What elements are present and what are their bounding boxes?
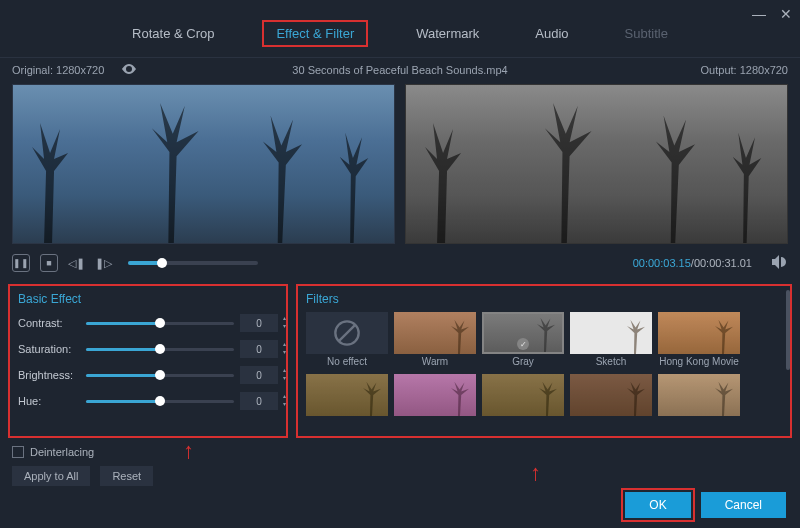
basic-effect-title: Basic Effect [18, 292, 278, 306]
filter-warm[interactable] [394, 312, 476, 354]
hue-value[interactable]: 0▴▾ [240, 392, 278, 410]
basic-effect-panel: Basic Effect Contrast: 0▴▾ Saturation: 0… [8, 284, 288, 438]
playback-slider[interactable] [128, 261, 258, 265]
tab-watermark[interactable]: Watermark [408, 20, 487, 47]
contrast-stepper[interactable]: ▴▾ [283, 314, 286, 330]
hue-label: Hue: [18, 395, 80, 407]
next-frame-button[interactable]: ❚▷ [95, 257, 112, 270]
brightness-slider[interactable] [86, 374, 234, 377]
apply-to-all-button[interactable]: Apply to All [12, 466, 90, 486]
filter-gray[interactable]: ✓ [482, 312, 564, 354]
tab-rotate-crop[interactable]: Rotate & Crop [124, 20, 222, 47]
reset-button[interactable]: Reset [100, 466, 153, 486]
deinterlacing-label: Deinterlacing [30, 446, 94, 458]
volume-icon[interactable] [772, 255, 788, 272]
prev-frame-button[interactable]: ◁❚ [68, 257, 85, 270]
tab-subtitle[interactable]: Subtitle [617, 20, 676, 47]
check-icon: ✓ [517, 338, 529, 350]
contrast-value[interactable]: 0▴▾ [240, 314, 278, 332]
preview-output [405, 84, 788, 244]
brightness-value[interactable]: 0▴▾ [240, 366, 278, 384]
time-current: 00:00:03.15 [633, 257, 691, 269]
filter-item-thumb[interactable] [570, 374, 652, 416]
saturation-slider[interactable] [86, 348, 234, 351]
filter-item-thumb[interactable] [306, 374, 388, 416]
ok-button[interactable]: OK [625, 492, 690, 518]
stop-button[interactable]: ■ [40, 254, 58, 272]
filters-title: Filters [306, 292, 782, 306]
tab-effect-filter[interactable]: Effect & Filter [262, 20, 368, 47]
preview-toggle-icon[interactable] [121, 64, 137, 76]
filter-item-thumb[interactable] [394, 374, 476, 416]
deinterlacing-checkbox[interactable] [12, 446, 24, 458]
filter-item-thumb[interactable] [482, 374, 564, 416]
annotation-arrow-icon: ↑ [183, 438, 194, 464]
filter-item-thumb[interactable] [658, 374, 740, 416]
preview-original [12, 84, 395, 244]
filter-hong-kong[interactable] [658, 312, 740, 354]
cancel-button[interactable]: Cancel [701, 492, 786, 518]
brightness-stepper[interactable]: ▴▾ [283, 366, 286, 382]
time-total: 00:00:31.01 [694, 257, 752, 269]
filename-label: 30 Seconds of Peaceful Beach Sounds.mp4 [292, 64, 507, 76]
tab-bar: Rotate & Crop Effect & Filter Watermark … [0, 0, 800, 58]
minimize-button[interactable]: — [752, 6, 766, 22]
saturation-stepper[interactable]: ▴▾ [283, 340, 286, 356]
output-resolution: Output: 1280x720 [701, 64, 788, 76]
filters-panel: Filters No effect Warm ✓Gray Sketch Hong… [296, 284, 792, 438]
contrast-label: Contrast: [18, 317, 80, 329]
filters-scrollbar[interactable] [786, 290, 790, 370]
svg-line-1 [339, 325, 355, 341]
original-resolution: Original: 1280x720 [12, 64, 137, 76]
filter-sketch[interactable] [570, 312, 652, 354]
pause-button[interactable]: ❚❚ [12, 254, 30, 272]
tab-audio[interactable]: Audio [527, 20, 576, 47]
close-button[interactable]: ✕ [780, 6, 792, 22]
saturation-label: Saturation: [18, 343, 80, 355]
saturation-value[interactable]: 0▴▾ [240, 340, 278, 358]
contrast-slider[interactable] [86, 322, 234, 325]
hue-slider[interactable] [86, 400, 234, 403]
hue-stepper[interactable]: ▴▾ [283, 392, 286, 408]
brightness-label: Brightness: [18, 369, 80, 381]
annotation-arrow-icon: ↑ [530, 460, 541, 486]
filter-none[interactable] [306, 312, 388, 354]
